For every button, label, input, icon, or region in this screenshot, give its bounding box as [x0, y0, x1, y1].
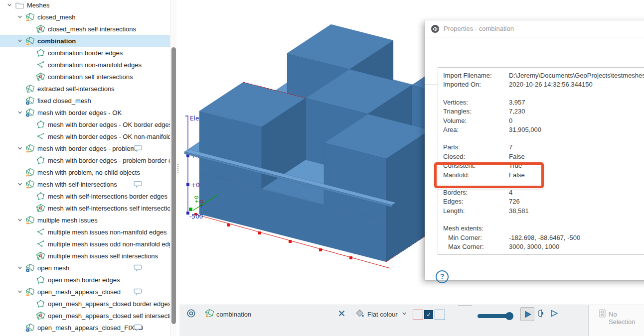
tree-item-label: mesh with border edges - problem border …: [48, 157, 170, 164]
wireframe-icon[interactable]: [549, 309, 559, 318]
property-value: False: [509, 171, 525, 180]
property-label: Triangles:: [443, 107, 509, 116]
dialog-title: Properties - combination: [444, 25, 514, 32]
nonmanifold-icon: [36, 60, 45, 70]
tree-item-label: extracted self-intersections: [37, 85, 115, 93]
opacity-slider[interactable]: [478, 314, 509, 318]
tree-item-mesh-with-border-edges-ok-non-manifold-[interactable]: mesh with border edges - OK non-manifold…: [0, 130, 170, 142]
colour-swatch-red[interactable]: [413, 310, 423, 320]
border-icon: [36, 275, 45, 285]
tree-item-open-mesh-appears-closed-self-intersections[interactable]: open_mesh_appears_closed self intersecti…: [0, 310, 170, 322]
selfint-icon: [36, 311, 45, 321]
property-value: False: [509, 152, 525, 161]
project-tree-panel: Meshesclosed_meshclosed_mesh self inters…: [0, 0, 170, 336]
expand-chevron-icon[interactable]: [4, 1, 15, 9]
tree-item-mesh-with-border-edges-problem-border-e-[interactable]: mesh with border edges - problem border …: [0, 154, 170, 166]
tree-item-combination-self-intersections[interactable]: combination self intersections: [0, 71, 170, 83]
tree-item-open-mesh-appears-closed-fixed[interactable]: open_mesh_appears_closed_FIXED: [0, 322, 170, 334]
tree-item-combination-non-manifold-edges[interactable]: combination non-manifold edges: [0, 59, 170, 71]
tree-item-combination-border-edges[interactable]: combination border edges: [0, 47, 170, 59]
tree-item-open-mesh-appears-closed[interactable]: open_mesh_appears_closed: [0, 286, 170, 298]
expand-chevron-icon[interactable]: [14, 144, 25, 152]
property-value: 3000, 3000, 1000: [509, 242, 559, 251]
expand-chevron-icon[interactable]: [14, 264, 25, 272]
shape-checkbox[interactable]: ✓: [424, 310, 433, 319]
property-row-min-corner-: Min Corner:-182.698, -88.6467, -500: [443, 233, 644, 242]
property-label: Mesh extents:: [443, 224, 509, 233]
arrow-spacer: [25, 61, 36, 69]
selfint-icon: [36, 24, 45, 34]
tree-item-closed-mesh-self-intersections[interactable]: closed_mesh self intersections: [0, 23, 170, 35]
property-value: 0: [509, 116, 512, 125]
comment-bubble-icon[interactable]: [134, 288, 142, 296]
property-label: Manifold:: [443, 171, 509, 180]
dialog-titlebar[interactable]: Properties - combination: [425, 20, 644, 37]
tree-item-open-mesh-appears-closed-border-edges[interactable]: open_mesh_appears_closed border edges: [0, 298, 170, 310]
comment-bubble-icon[interactable]: [134, 180, 142, 188]
tree-item-label: closed_mesh self intersections: [48, 25, 136, 33]
tree-item-fixed-closed-mesh[interactable]: fixed closed_mesh: [0, 95, 170, 107]
toolbar-grip[interactable]: [459, 305, 472, 308]
splitter-grip: [177, 166, 178, 167]
tree-item-mesh-with-self-intersections[interactable]: mesh with self-intersections: [0, 178, 170, 190]
property-row-imported-on-: Imported On:2020-10-26 14:32:56.344150: [443, 80, 644, 89]
mesh-warn-icon: [25, 287, 35, 297]
tree-item-meshes[interactable]: Meshes: [0, 0, 170, 11]
visibility-eye-icon[interactable]: [186, 309, 196, 318]
tree-item-label: mesh with border edges - OK non-manifold…: [48, 133, 170, 140]
flip-faces-icon[interactable]: [536, 309, 546, 318]
tree-item-open-mesh[interactable]: open mesh: [0, 262, 170, 274]
arrow-spacer: [25, 300, 36, 308]
border-icon: [36, 120, 45, 129]
tree-item-mesh-with-border-edges-ok[interactable]: mesh with border edges - OK: [0, 107, 170, 118]
border-icon: [36, 192, 45, 201]
expand-chevron-icon[interactable]: [14, 288, 25, 296]
expand-chevron-icon[interactable]: [14, 216, 25, 224]
tree-item-multiple-mesh-issues-odd-non-manifold-edge[interactable]: multiple mesh issues odd non-manifold ed…: [0, 238, 170, 250]
tree-item-multiple-mesh-issues[interactable]: multiple mesh issues: [0, 214, 170, 226]
property-value: -182.698, -88.6467, -500: [509, 233, 580, 242]
property-row-max-corner-: Max Corner:3000, 3000, 1000: [443, 242, 644, 251]
colour-swatch-blue[interactable]: [435, 310, 445, 320]
property-row-borders-: Borders:4: [443, 188, 644, 197]
tree-scrollbar[interactable]: [170, 0, 177, 336]
colour-mode-dropdown[interactable]: Flat colour: [367, 311, 398, 318]
tree-item-mesh-with-problem-no-child-objects[interactable]: mesh with problem, no child objects: [0, 166, 170, 178]
property-row-length-: Length:38,581: [443, 207, 644, 216]
help-button[interactable]: ?: [436, 270, 449, 283]
comment-bubble-icon[interactable]: [134, 324, 142, 332]
expand-chevron-icon[interactable]: [14, 180, 25, 188]
property-row-parts-: Parts:7: [443, 143, 644, 152]
chevron-down-icon[interactable]: [400, 310, 408, 318]
tree-item-mesh-with-self-intersections-self-intersections[interactable]: mesh with self-intersections self inters…: [0, 202, 170, 214]
property-value: D:\Jeremy\Documents\GeoProjects\testmesh…: [509, 71, 644, 80]
tree-item-extracted-self-intersections[interactable]: extracted self-intersections: [0, 83, 170, 95]
tree-item-multiple-mesh-issues-self-intersections[interactable]: multiple mesh issues self intersections: [0, 250, 170, 262]
expand-chevron-icon[interactable]: [14, 13, 25, 21]
expand-chevron-icon[interactable]: [14, 37, 25, 45]
comment-bubble-icon[interactable]: [134, 264, 142, 272]
tree-item-label: mesh with self-intersections: [37, 181, 117, 188]
selfint-icon: [36, 251, 45, 261]
tree-item-combination[interactable]: combination: [0, 35, 170, 47]
tree-item-mesh-with-border-edges-ok-border-edges[interactable]: mesh with border edges - OK border edges: [0, 118, 170, 130]
tree-item-open-mesh-border-edges[interactable]: open mesh border edges: [0, 274, 170, 286]
expand-chevron-icon[interactable]: [14, 109, 25, 116]
arrow-spacer: [25, 132, 36, 140]
property-label: Borders:: [443, 188, 509, 197]
mesh-warning-icon: [205, 309, 214, 318]
remove-shape-icon[interactable]: [337, 309, 346, 318]
tree-item-closed-mesh[interactable]: closed_mesh: [0, 11, 170, 23]
tree-scrollbar-thumb[interactable]: [171, 47, 176, 324]
tree-item-label: mesh with border edges - problem: [37, 145, 136, 152]
tree-item-label: open_mesh_appears_closed: [37, 288, 121, 296]
opacity-slider-knob[interactable]: [505, 312, 513, 320]
tree-item-mesh-with-border-edges-problem[interactable]: mesh with border edges - problem: [0, 142, 170, 154]
arrow-spacer: [14, 97, 25, 105]
comment-bubble-icon[interactable]: [134, 144, 142, 152]
tree-item-mesh-with-self-intersections-border-edges[interactable]: mesh with self-intersections border edge…: [0, 190, 170, 202]
render-solid-button[interactable]: [520, 307, 534, 321]
tree-item-multiple-mesh-issues-non-manifold-edges[interactable]: multiple mesh issues non-manifold edges: [0, 226, 170, 238]
property-row-volume-: Volume:0: [443, 116, 644, 125]
svg-text:+0: +0: [191, 182, 200, 189]
